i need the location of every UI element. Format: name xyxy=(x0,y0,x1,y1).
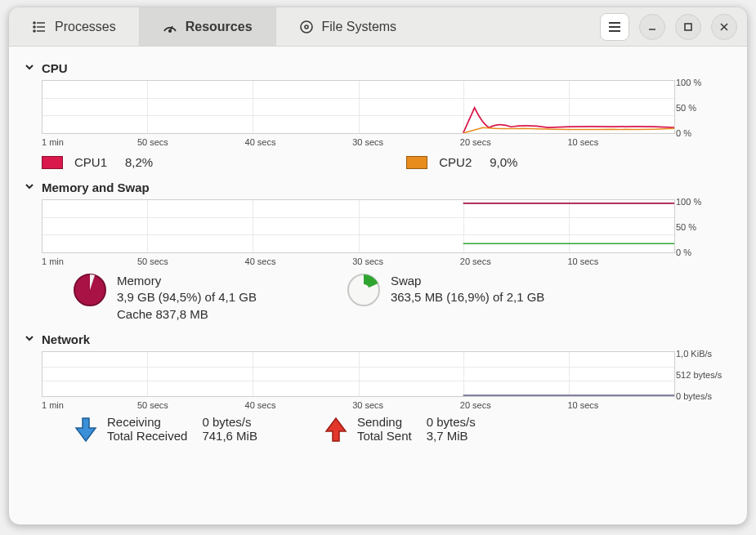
memory-title: Memory xyxy=(117,273,257,289)
cpu2-legend-item[interactable]: CPU2 9,0% xyxy=(406,155,517,169)
xtick: 40 secs xyxy=(245,137,353,147)
memory-line1: 3,9 GB (94,5%) of 4,1 GB xyxy=(117,289,257,305)
sending-text: Sending 0 bytes/s Total Sent 3,7 MiB xyxy=(357,415,476,443)
net-ytick: 0 bytes/s xyxy=(676,391,730,401)
swap-block[interactable]: Swap 363,5 MB (16,9%) of 2,1 GB xyxy=(347,273,544,323)
gauge-icon xyxy=(163,20,177,34)
tab-filesystems[interactable]: File Systems xyxy=(276,7,420,46)
memory-block[interactable]: Memory 3,9 GB (94,5%) of 4,1 GB Cache 83… xyxy=(73,273,257,323)
memory-line2: Cache 837,8 MB xyxy=(117,306,257,323)
xtick: 10 secs xyxy=(567,137,675,147)
xtick: 30 secs xyxy=(352,400,460,410)
receiving-block[interactable]: Receiving 0 bytes/s Total Received 741,6… xyxy=(73,415,257,444)
titlebar: Processes Resources File Systems xyxy=(9,7,747,47)
xtick: 40 secs xyxy=(245,256,353,266)
receiving-rate: 0 bytes/s xyxy=(202,415,257,429)
svg-point-9 xyxy=(305,25,308,29)
mem-ytick: 0 % xyxy=(676,247,717,257)
sending-label: Sending xyxy=(357,415,412,429)
tab-resources[interactable]: Resources xyxy=(140,7,276,46)
memory-text: Memory 3,9 GB (94,5%) of 4,1 GB Cache 83… xyxy=(117,273,257,323)
cpu-ytick: 100 % xyxy=(676,78,717,87)
xtick: 1 min xyxy=(42,137,64,147)
net-ytick: 1,0 KiB/s xyxy=(676,349,730,359)
xtick: 20 secs xyxy=(460,256,568,266)
cpu2-label: CPU2 xyxy=(439,155,472,169)
swap-title: Swap xyxy=(391,273,544,289)
cpu-x-ticks: 1 min 50 secs 40 secs 30 secs 20 secs 10… xyxy=(42,137,675,147)
maximize-button[interactable] xyxy=(675,14,701,40)
swap-text: Swap 363,5 MB (16,9%) of 2,1 GB xyxy=(391,273,544,306)
xtick: 10 secs xyxy=(567,400,675,410)
minimize-button[interactable] xyxy=(639,14,665,40)
receiving-text: Receiving 0 bytes/s Total Received 741,6… xyxy=(107,415,257,443)
mem-section-title: Memory and Swap xyxy=(42,181,150,194)
svg-point-2 xyxy=(34,26,35,28)
tab-bar: Processes Resources File Systems xyxy=(9,7,419,46)
hamburger-menu-button[interactable] xyxy=(600,13,629,41)
cpu2-value: 9,0% xyxy=(490,155,517,169)
total-sent-value: 3,7 MiB xyxy=(427,429,476,443)
receiving-label: Receiving xyxy=(107,415,187,429)
disk-icon xyxy=(299,20,314,34)
net-section-header[interactable]: Network xyxy=(24,332,732,346)
svg-point-7 xyxy=(169,29,171,31)
xtick: 50 secs xyxy=(137,400,245,410)
xtick: 20 secs xyxy=(460,400,568,410)
cpu2-swatch xyxy=(406,156,427,169)
chevron-down-icon xyxy=(24,332,35,346)
tab-filesystems-label: File Systems xyxy=(322,20,397,34)
cpu-chart-area: 100 % 50 % 0 % 1 min 50 secs 40 secs 30 … xyxy=(42,80,732,147)
swap-line1: 363,5 MB (16,9%) of 2,1 GB xyxy=(391,289,544,305)
cpu-ytick: 0 % xyxy=(676,128,717,138)
net-y-ticks: 1,0 KiB/s 512 bytes/s 0 bytes/s xyxy=(676,349,730,401)
cpu-legend: CPU1 8,2% CPU2 9,0% xyxy=(42,155,732,169)
xtick: 50 secs xyxy=(137,137,245,147)
tab-resources-label: Resources xyxy=(186,20,253,34)
xtick: 50 secs xyxy=(137,256,245,266)
mem-legend-row: Memory 3,9 GB (94,5%) of 4,1 GB Cache 83… xyxy=(73,273,732,323)
swap-pie-icon xyxy=(347,273,381,307)
mem-ytick: 50 % xyxy=(676,222,717,232)
chevron-down-icon xyxy=(24,61,35,75)
sending-block[interactable]: Sending 0 bytes/s Total Sent 3,7 MiB xyxy=(323,415,476,444)
xtick: 30 secs xyxy=(352,256,460,266)
list-icon xyxy=(32,20,47,34)
svg-point-0 xyxy=(34,22,35,24)
svg-point-8 xyxy=(301,21,312,33)
xtick: 10 secs xyxy=(567,256,675,266)
cpu-section-header[interactable]: CPU xyxy=(24,61,732,75)
net-chart: 1,0 KiB/s 512 bytes/s 0 bytes/s xyxy=(42,351,675,397)
cpu-chart: 100 % 50 % 0 % xyxy=(42,80,675,134)
net-section-title: Network xyxy=(42,332,90,346)
close-button[interactable] xyxy=(711,14,737,40)
xtick: 30 secs xyxy=(352,137,460,147)
mem-y-ticks: 100 % 50 % 0 % xyxy=(676,197,717,257)
xtick: 20 secs xyxy=(460,137,568,147)
xtick: 40 secs xyxy=(245,400,353,410)
mem-section-header[interactable]: Memory and Swap xyxy=(24,181,732,194)
tab-processes[interactable]: Processes xyxy=(9,7,140,46)
cpu-y-ticks: 100 % 50 % 0 % xyxy=(676,78,717,138)
arrow-up-icon xyxy=(323,415,349,444)
mem-chart: 100 % 50 % 0 % xyxy=(42,199,675,253)
svg-point-21 xyxy=(358,284,369,296)
net-chart-area: 1,0 KiB/s 512 bytes/s 0 bytes/s 1 min 50… xyxy=(42,351,732,410)
total-sent-label: Total Sent xyxy=(357,429,412,443)
cpu1-value: 8,2% xyxy=(125,155,153,169)
tab-processes-label: Processes xyxy=(55,20,116,34)
memory-pie-icon xyxy=(73,273,107,307)
cpu-section-title: CPU xyxy=(42,61,68,75)
xtick: 1 min xyxy=(42,256,64,266)
total-received-label: Total Received xyxy=(107,429,187,443)
net-ytick: 512 bytes/s xyxy=(676,370,730,380)
net-x-ticks: 1 min 50 secs 40 secs 30 secs 20 secs 10… xyxy=(42,400,675,410)
total-received-value: 741,6 MiB xyxy=(202,429,257,443)
mem-chart-area: 100 % 50 % 0 % 1 min 50 secs 40 secs 30 … xyxy=(42,199,732,266)
arrow-down-icon xyxy=(73,415,99,444)
system-monitor-window: Processes Resources File Systems xyxy=(8,7,748,525)
cpu1-legend-item[interactable]: CPU1 8,2% xyxy=(42,155,153,169)
cpu-ytick: 50 % xyxy=(676,103,717,113)
sending-rate: 0 bytes/s xyxy=(427,415,476,429)
cpu1-swatch xyxy=(42,156,63,169)
